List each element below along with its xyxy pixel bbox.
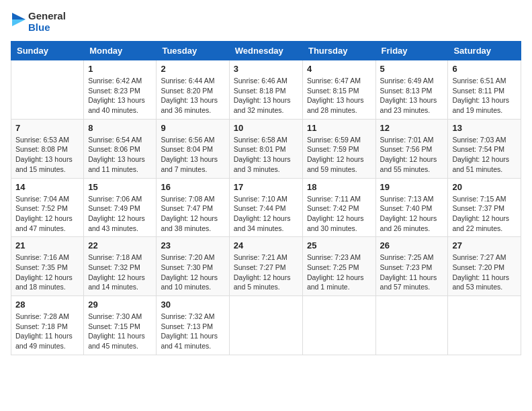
day-number: 27 bbox=[452, 240, 517, 250]
calendar-cell: 21Sunrise: 7:16 AM Sunset: 7:35 PM Dayli… bbox=[11, 237, 84, 296]
svg-marker-1 bbox=[12, 19, 26, 26]
day-number: 16 bbox=[161, 182, 224, 192]
day-number: 25 bbox=[307, 240, 371, 250]
day-info: Sunrise: 7:03 AM Sunset: 7:54 PM Dayligh… bbox=[452, 135, 517, 175]
day-number: 14 bbox=[15, 182, 79, 192]
day-number: 23 bbox=[161, 240, 224, 250]
day-info: Sunrise: 7:30 AM Sunset: 7:15 PM Dayligh… bbox=[88, 312, 152, 351]
calendar-cell bbox=[448, 296, 521, 355]
calendar-body: 1Sunrise: 6:42 AM Sunset: 8:23 PM Daylig… bbox=[11, 60, 521, 355]
weekday-header-row: SundayMondayTuesdayWednesdayThursdayFrid… bbox=[11, 42, 521, 60]
weekday-header-saturday: Saturday bbox=[448, 42, 521, 60]
calendar-cell: 5Sunrise: 6:49 AM Sunset: 8:13 PM Daylig… bbox=[375, 60, 448, 120]
day-info: Sunrise: 7:25 AM Sunset: 7:23 PM Dayligh… bbox=[380, 253, 444, 292]
day-number: 4 bbox=[307, 64, 371, 74]
calendar-cell: 23Sunrise: 7:20 AM Sunset: 7:30 PM Dayli… bbox=[157, 237, 229, 296]
calendar-table: SundayMondayTuesdayWednesdayThursdayFrid… bbox=[11, 41, 521, 355]
calendar-cell: 10Sunrise: 6:58 AM Sunset: 8:01 PM Dayli… bbox=[229, 119, 302, 178]
calendar-header: SundayMondayTuesdayWednesdayThursdayFrid… bbox=[11, 42, 521, 60]
day-number: 13 bbox=[452, 123, 517, 133]
day-info: Sunrise: 6:58 AM Sunset: 8:01 PM Dayligh… bbox=[234, 135, 298, 175]
day-number: 10 bbox=[234, 123, 298, 133]
calendar-cell bbox=[375, 296, 448, 355]
day-info: Sunrise: 7:04 AM Sunset: 7:52 PM Dayligh… bbox=[15, 194, 79, 234]
day-info: Sunrise: 7:16 AM Sunset: 7:35 PM Dayligh… bbox=[15, 253, 79, 292]
calendar-cell: 19Sunrise: 7:13 AM Sunset: 7:40 PM Dayli… bbox=[375, 178, 448, 237]
day-info: Sunrise: 6:54 AM Sunset: 8:06 PM Dayligh… bbox=[88, 135, 152, 175]
day-number: 29 bbox=[88, 300, 152, 310]
week-row-4: 21Sunrise: 7:16 AM Sunset: 7:35 PM Dayli… bbox=[11, 237, 521, 296]
day-info: Sunrise: 6:51 AM Sunset: 8:11 PM Dayligh… bbox=[452, 76, 517, 116]
calendar-cell: 27Sunrise: 7:27 AM Sunset: 7:20 PM Dayli… bbox=[448, 237, 521, 296]
calendar-cell: 25Sunrise: 7:23 AM Sunset: 7:25 PM Dayli… bbox=[302, 237, 375, 296]
day-info: Sunrise: 6:47 AM Sunset: 8:15 PM Dayligh… bbox=[307, 76, 371, 116]
day-number: 19 bbox=[380, 182, 444, 192]
calendar-cell: 20Sunrise: 7:15 AM Sunset: 7:37 PM Dayli… bbox=[448, 178, 521, 237]
day-number: 9 bbox=[161, 123, 224, 133]
logo: GeneralBlue bbox=[11, 11, 66, 33]
week-row-1: 1Sunrise: 6:42 AM Sunset: 8:23 PM Daylig… bbox=[11, 60, 521, 120]
day-number: 3 bbox=[234, 64, 298, 74]
calendar-cell: 4Sunrise: 6:47 AM Sunset: 8:15 PM Daylig… bbox=[302, 60, 375, 120]
svg-marker-0 bbox=[12, 13, 26, 19]
calendar-cell: 1Sunrise: 6:42 AM Sunset: 8:23 PM Daylig… bbox=[84, 60, 157, 120]
day-info: Sunrise: 7:11 AM Sunset: 7:42 PM Dayligh… bbox=[307, 194, 371, 234]
day-info: Sunrise: 7:23 AM Sunset: 7:25 PM Dayligh… bbox=[307, 253, 371, 292]
day-info: Sunrise: 7:06 AM Sunset: 7:49 PM Dayligh… bbox=[88, 194, 152, 234]
calendar-cell: 13Sunrise: 7:03 AM Sunset: 7:54 PM Dayli… bbox=[448, 119, 521, 178]
day-number: 7 bbox=[15, 123, 79, 133]
day-info: Sunrise: 6:56 AM Sunset: 8:04 PM Dayligh… bbox=[161, 135, 224, 175]
calendar-cell: 2Sunrise: 6:44 AM Sunset: 8:20 PM Daylig… bbox=[157, 60, 229, 120]
weekday-header-monday: Monday bbox=[84, 42, 157, 60]
day-number: 5 bbox=[380, 64, 444, 74]
calendar-cell: 29Sunrise: 7:30 AM Sunset: 7:15 PM Dayli… bbox=[84, 296, 157, 355]
day-number: 22 bbox=[88, 240, 152, 250]
day-info: Sunrise: 6:59 AM Sunset: 7:59 PM Dayligh… bbox=[307, 135, 371, 175]
day-info: Sunrise: 7:15 AM Sunset: 7:37 PM Dayligh… bbox=[452, 194, 517, 234]
day-number: 12 bbox=[380, 123, 444, 133]
calendar-cell: 28Sunrise: 7:28 AM Sunset: 7:18 PM Dayli… bbox=[11, 296, 84, 355]
day-info: Sunrise: 7:13 AM Sunset: 7:40 PM Dayligh… bbox=[380, 194, 444, 234]
day-info: Sunrise: 6:46 AM Sunset: 8:18 PM Dayligh… bbox=[234, 76, 298, 116]
day-info: Sunrise: 7:18 AM Sunset: 7:32 PM Dayligh… bbox=[88, 253, 152, 292]
day-number: 8 bbox=[88, 123, 152, 133]
calendar-cell: 26Sunrise: 7:25 AM Sunset: 7:23 PM Dayli… bbox=[375, 237, 448, 296]
day-number: 17 bbox=[234, 182, 298, 192]
calendar-cell: 3Sunrise: 6:46 AM Sunset: 8:18 PM Daylig… bbox=[229, 60, 302, 120]
calendar-cell bbox=[229, 296, 302, 355]
day-number: 6 bbox=[452, 64, 517, 74]
calendar-cell: 11Sunrise: 6:59 AM Sunset: 7:59 PM Dayli… bbox=[302, 119, 375, 178]
day-number: 24 bbox=[234, 240, 298, 250]
calendar-cell: 12Sunrise: 7:01 AM Sunset: 7:56 PM Dayli… bbox=[375, 119, 448, 178]
day-number: 11 bbox=[307, 123, 371, 133]
day-number: 18 bbox=[307, 182, 371, 192]
day-number: 1 bbox=[88, 64, 152, 74]
week-row-2: 7Sunrise: 6:53 AM Sunset: 8:08 PM Daylig… bbox=[11, 119, 521, 178]
calendar-cell: 18Sunrise: 7:11 AM Sunset: 7:42 PM Dayli… bbox=[302, 178, 375, 237]
week-row-3: 14Sunrise: 7:04 AM Sunset: 7:52 PM Dayli… bbox=[11, 178, 521, 237]
day-number: 15 bbox=[88, 182, 152, 192]
day-info: Sunrise: 6:53 AM Sunset: 8:08 PM Dayligh… bbox=[15, 135, 79, 175]
calendar-cell: 24Sunrise: 7:21 AM Sunset: 7:27 PM Dayli… bbox=[229, 237, 302, 296]
day-number: 30 bbox=[161, 300, 224, 310]
calendar-cell: 17Sunrise: 7:10 AM Sunset: 7:44 PM Dayli… bbox=[229, 178, 302, 237]
calendar-cell: 9Sunrise: 6:56 AM Sunset: 8:04 PM Daylig… bbox=[157, 119, 229, 178]
day-info: Sunrise: 7:21 AM Sunset: 7:27 PM Dayligh… bbox=[234, 253, 298, 292]
day-number: 26 bbox=[380, 240, 444, 250]
day-info: Sunrise: 6:42 AM Sunset: 8:23 PM Dayligh… bbox=[88, 76, 152, 116]
day-info: Sunrise: 7:01 AM Sunset: 7:56 PM Dayligh… bbox=[380, 135, 444, 175]
weekday-header-thursday: Thursday bbox=[302, 42, 375, 60]
calendar-cell: 15Sunrise: 7:06 AM Sunset: 7:49 PM Dayli… bbox=[84, 178, 157, 237]
day-info: Sunrise: 7:20 AM Sunset: 7:30 PM Dayligh… bbox=[161, 253, 224, 292]
day-info: Sunrise: 6:49 AM Sunset: 8:13 PM Dayligh… bbox=[380, 76, 444, 116]
day-info: Sunrise: 7:32 AM Sunset: 7:13 PM Dayligh… bbox=[161, 312, 224, 351]
weekday-header-sunday: Sunday bbox=[11, 42, 84, 60]
calendar-cell: 30Sunrise: 7:32 AM Sunset: 7:13 PM Dayli… bbox=[157, 296, 229, 355]
day-info: Sunrise: 7:08 AM Sunset: 7:47 PM Dayligh… bbox=[161, 194, 224, 234]
calendar-cell: 22Sunrise: 7:18 AM Sunset: 7:32 PM Dayli… bbox=[84, 237, 157, 296]
day-info: Sunrise: 7:10 AM Sunset: 7:44 PM Dayligh… bbox=[234, 194, 298, 234]
weekday-header-friday: Friday bbox=[375, 42, 448, 60]
logo-text: GeneralBlue bbox=[28, 11, 66, 33]
calendar-cell: 16Sunrise: 7:08 AM Sunset: 7:47 PM Dayli… bbox=[157, 178, 229, 237]
calendar-cell: 14Sunrise: 7:04 AM Sunset: 7:52 PM Dayli… bbox=[11, 178, 84, 237]
